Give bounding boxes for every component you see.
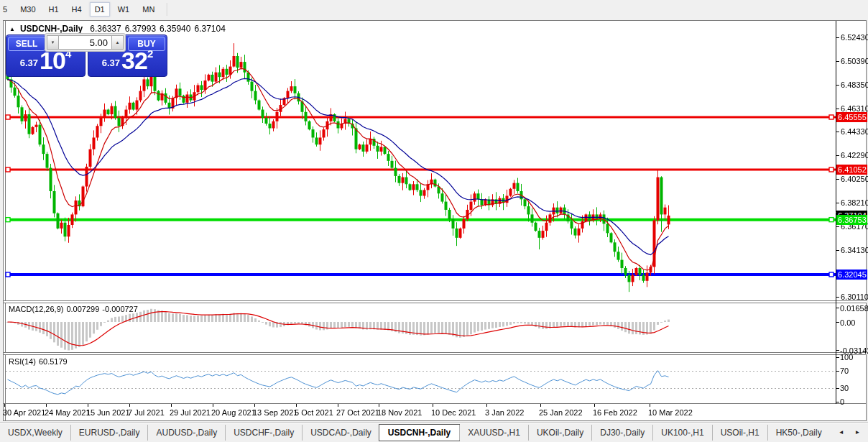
- date-axis-label: 7 Jul 2021: [128, 408, 165, 417]
- tab-scroll-right-icon[interactable]: ►: [855, 429, 861, 436]
- tab-scroll-left-icon[interactable]: ◄: [839, 429, 844, 436]
- tab-usdcad-daily[interactable]: USDCAD-,Daily: [302, 425, 379, 441]
- tab-dj30-daily[interactable]: DJ30-,Daily: [591, 425, 652, 441]
- price-axis-label: 6.52430: [841, 33, 868, 42]
- macd-axis-label: 0.016586: [840, 304, 868, 313]
- rsi-axis-label: 100: [840, 353, 853, 362]
- tab-usdx-weekly[interactable]: USDX,Weekly: [0, 425, 70, 441]
- date-axis-label: 10 Dec 2021: [431, 408, 476, 417]
- toolbar-separator: [167, 3, 168, 16]
- rsi-axis-label: 0: [840, 397, 844, 406]
- macd-indicator-label: MACD(12,26,9)0.007299-0.000727: [9, 305, 141, 313]
- tab-hk50-daily[interactable]: HK50-,Daily: [767, 425, 830, 441]
- date-axis-label: 25 Jan 2022: [539, 408, 583, 417]
- date-axis-label: 16 Feb 2022: [593, 408, 637, 417]
- collapse-arrow-icon[interactable]: ▲: [9, 26, 15, 32]
- macd-axis-label: 0.00: [840, 318, 855, 327]
- date-axis-label: 30 Apr 2021: [3, 408, 45, 417]
- tab-audusd-daily[interactable]: AUDUSD-,Daily: [147, 425, 225, 441]
- rsi-indicator-label: RSI(14)60.5179: [9, 357, 70, 366]
- hline-price-tag: 6.45555: [836, 112, 867, 122]
- timeframe-button-d1[interactable]: D1: [90, 2, 110, 17]
- volume-control: ▼ ▲: [45, 33, 126, 52]
- date-axis-label: 13 Sep 2021: [253, 408, 297, 417]
- date-axis-label: 18 Nov 2021: [377, 408, 422, 417]
- tab-eurusd-daily[interactable]: EURUSD-,Daily: [70, 425, 148, 441]
- rsi-axis-label: 30: [840, 384, 849, 392]
- price-axis-label: 6.34130: [841, 246, 868, 254]
- tab-uk100-h1[interactable]: UK100-,H1: [652, 425, 711, 441]
- hline-price-tag: 6.32045: [836, 270, 867, 280]
- chart-symbol-label: USDCNH-,Daily: [20, 24, 83, 34]
- price-axis-label: 6.44330: [841, 127, 868, 136]
- timeframe-button-m30[interactable]: M30: [15, 2, 40, 17]
- hline-price-tag: 6.41052: [836, 165, 867, 175]
- date-axis-label: 27 Oct 2021: [336, 408, 379, 417]
- price-axis-label: 6.30110: [841, 293, 868, 301]
- date-axis-label: 29 Jul 2021: [170, 408, 211, 417]
- ohlc-low: 6.35940: [160, 24, 190, 34]
- volume-increase-button[interactable]: ▲: [111, 35, 124, 50]
- tab-usdchf-daily[interactable]: USDCHF-,Daily: [225, 425, 302, 441]
- symbol-tab-bar: USDX,WeeklyEURUSD-,DailyAUDUSD-,DailyUSD…: [0, 422, 868, 442]
- ohlc-open: 6.36337: [90, 24, 121, 34]
- date-axis-label: 10 Mar 2022: [648, 408, 693, 417]
- ohlc-high: 6.37993: [125, 24, 156, 34]
- price-axis-label: 6.48350: [841, 80, 868, 89]
- timeframe-button-h4[interactable]: H4: [67, 2, 87, 17]
- date-axis-label: 5 Oct 2021: [295, 408, 333, 417]
- timeframe-toolbar: 5M30H1H4D1W1MN: [0, 0, 868, 19]
- date-axis-label: 20 Aug 2021: [211, 408, 256, 417]
- tab-usdcnh-daily[interactable]: USDCNH-,Daily: [379, 424, 460, 441]
- volume-input[interactable]: [59, 35, 111, 50]
- one-click-trading-panel: SELL 6.37104 BUY 6.37322 ▼ ▲: [6, 33, 167, 76]
- price-axis-label: 6.50390: [841, 57, 868, 65]
- date-axis-label: 15 Jun 2021: [86, 408, 130, 417]
- tab-ukoil-daily[interactable]: UKOil-,Daily: [528, 425, 591, 441]
- chart-title: ▲USDCNH-,Daily6.363376.379936.359406.371…: [9, 24, 229, 34]
- tab-scroll-arrows: ◄►: [830, 429, 868, 436]
- hline-price-tag: 6.36753: [836, 215, 867, 225]
- timeframe-button-5[interactable]: 5: [1, 2, 12, 17]
- price-axis-label: 6.38210: [841, 198, 868, 207]
- price-axis-label: 6.42290: [841, 151, 868, 160]
- timeframe-button-h1[interactable]: H1: [44, 2, 64, 17]
- ohlc-close: 6.37104: [194, 24, 225, 34]
- timeframe-button-mn[interactable]: MN: [137, 2, 160, 17]
- date-axis-label: 3 Jan 2022: [485, 408, 524, 417]
- timeframe-button-w1[interactable]: W1: [113, 2, 135, 17]
- price-axis-label: 6.40250: [841, 175, 868, 183]
- rsi-axis-label: 70: [840, 367, 849, 375]
- tab-xauusd-h1[interactable]: XAUUSD-,H1: [459, 425, 528, 441]
- volume-decrease-button[interactable]: ▼: [47, 35, 59, 50]
- date-axis-label: 24 May 2021: [45, 408, 91, 417]
- price-axis-label: 6.46310: [841, 104, 868, 113]
- tab-usoil-h1[interactable]: USOil-,H1: [712, 425, 767, 441]
